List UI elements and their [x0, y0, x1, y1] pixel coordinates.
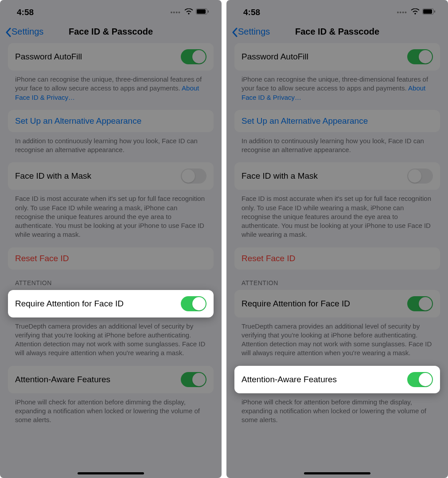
alternative-appearance-label: Set Up an Alternative Appearance: [15, 116, 141, 126]
require-attention-row[interactable]: Require Attention for Face ID: [234, 290, 440, 317]
wifi-icon: [184, 8, 193, 17]
back-button[interactable]: Settings: [5, 27, 43, 37]
svg-rect-2: [208, 11, 209, 13]
svg-rect-5: [434, 11, 435, 13]
attention-aware-row[interactable]: Attention-Aware Features: [8, 366, 214, 393]
alternative-appearance-row[interactable]: Set Up an Alternative Appearance: [8, 110, 214, 132]
attention-aware-footer: iPhone will check for attention before d…: [0, 393, 222, 433]
nav-title: Face ID & Passcode: [69, 27, 153, 37]
autofill-footer: iPhone can recognise the unique, three-d…: [226, 71, 448, 110]
back-button[interactable]: Settings: [232, 27, 270, 37]
faceid-mask-toggle[interactable]: [181, 168, 206, 184]
attention-aware-label: Attention-Aware Features: [242, 375, 337, 384]
status-icons: ••••: [397, 8, 436, 17]
alternative-appearance-row[interactable]: Set Up an Alternative Appearance: [234, 110, 440, 132]
cellular-dots-icon: ••••: [170, 9, 181, 16]
require-attention-label: Require Attention for Face ID: [242, 299, 350, 309]
reset-faceid-label: Reset Face ID: [15, 254, 69, 263]
require-attention-row[interactable]: Require Attention for Face ID: [8, 290, 214, 317]
battery-icon: [196, 8, 209, 16]
settings-content: Password AutoFill iPhone can recognise t…: [226, 43, 448, 441]
nav-bar: Settings Face ID & Passcode: [0, 22, 222, 43]
require-attention-toggle[interactable]: [407, 296, 433, 311]
phone-screenshot-right: 4:58 •••• Settings Face ID & Passcode Pa…: [226, 0, 448, 478]
attention-section-header: ATTENTION: [226, 270, 448, 290]
back-label: Settings: [238, 27, 270, 37]
wifi-icon: [411, 8, 420, 17]
nav-title: Face ID & Passcode: [295, 27, 379, 37]
alternative-appearance-footer: In addition to continuously learning how…: [226, 132, 448, 163]
password-autofill-label: Password AutoFill: [242, 52, 308, 62]
password-autofill-toggle[interactable]: [181, 49, 206, 64]
status-icons: ••••: [170, 8, 209, 17]
require-attention-toggle[interactable]: [181, 296, 206, 311]
status-bar: 4:58 ••••: [226, 0, 448, 22]
password-autofill-row[interactable]: Password AutoFill: [8, 43, 214, 71]
reset-faceid-row[interactable]: Reset Face ID: [8, 247, 214, 270]
attention-section-header: ATTENTION: [0, 270, 222, 290]
faceid-mask-row[interactable]: Face ID with a Mask: [234, 162, 440, 190]
nav-bar: Settings Face ID & Passcode: [226, 22, 448, 43]
cellular-dots-icon: ••••: [397, 9, 407, 16]
faceid-mask-row[interactable]: Face ID with a Mask: [8, 162, 214, 190]
faceid-mask-footer: Face ID is most accurate when it's set u…: [226, 190, 448, 247]
attention-aware-toggle[interactable]: [407, 372, 433, 387]
phone-screenshot-left: 4:58 •••• Settings Face ID & Passcode Pa…: [0, 0, 222, 478]
require-attention-footer: TrueDepth camera provides an additional …: [226, 317, 448, 366]
faceid-mask-label: Face ID with a Mask: [242, 171, 318, 181]
attention-aware-toggle[interactable]: [181, 372, 206, 387]
status-time: 4:58: [243, 8, 260, 17]
password-autofill-toggle[interactable]: [407, 49, 433, 64]
faceid-mask-footer: Face ID is most accurate when it's set u…: [0, 190, 222, 247]
home-indicator[interactable]: [78, 472, 144, 474]
password-autofill-label: Password AutoFill: [15, 52, 82, 62]
faceid-mask-toggle[interactable]: [407, 168, 433, 184]
reset-faceid-row[interactable]: Reset Face ID: [234, 247, 440, 270]
chevron-left-icon: [232, 27, 237, 36]
svg-rect-1: [197, 9, 206, 14]
settings-content: Password AutoFill iPhone can recognise t…: [0, 43, 222, 441]
autofill-footer: iPhone can recognise the unique, three-d…: [0, 71, 222, 110]
require-attention-footer: TrueDepth camera provides an additional …: [0, 317, 222, 366]
status-time: 4:58: [17, 8, 34, 17]
back-label: Settings: [12, 27, 43, 37]
home-indicator[interactable]: [304, 472, 370, 474]
password-autofill-row[interactable]: Password AutoFill: [234, 43, 440, 71]
attention-aware-footer: iPhone will check for attention before d…: [226, 393, 448, 433]
attention-aware-label: Attention-Aware Features: [15, 375, 110, 384]
alternative-appearance-label: Set Up an Alternative Appearance: [242, 116, 368, 126]
chevron-left-icon: [5, 27, 11, 36]
alternative-appearance-footer: In addition to continuously learning how…: [0, 132, 222, 163]
require-attention-label: Require Attention for Face ID: [15, 299, 124, 309]
status-bar: 4:58 ••••: [0, 0, 222, 22]
svg-rect-4: [423, 9, 432, 14]
reset-faceid-label: Reset Face ID: [242, 254, 295, 263]
faceid-mask-label: Face ID with a Mask: [15, 171, 91, 181]
battery-icon: [422, 8, 436, 16]
attention-aware-row[interactable]: Attention-Aware Features: [234, 366, 440, 393]
